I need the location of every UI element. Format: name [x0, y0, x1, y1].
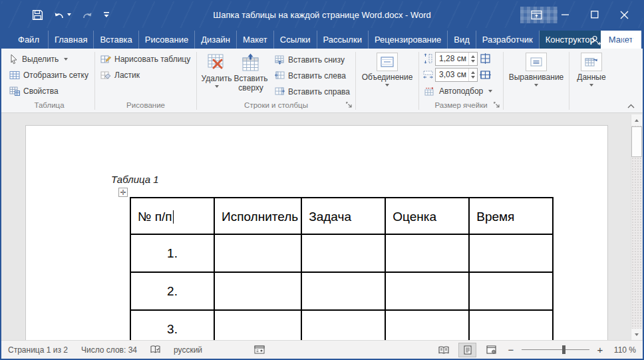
print-layout-button[interactable]: [458, 343, 476, 357]
cell[interactable]: [214, 234, 301, 272]
cell[interactable]: [214, 310, 301, 340]
macro-record-icon[interactable]: [254, 345, 265, 354]
word-count[interactable]: Число слов: 34: [81, 345, 137, 355]
tab-review[interactable]: Рецензирование: [369, 31, 448, 49]
rows-columns-dialog-launcher[interactable]: [345, 101, 353, 108]
cell[interactable]: [385, 234, 469, 272]
tab-references[interactable]: Ссылки: [274, 31, 317, 49]
insert-left-icon: [275, 71, 285, 81]
tab-layout[interactable]: Макет: [237, 31, 274, 49]
document-page[interactable]: Таблица 1 ✛ № п/п Исполнитель Задача Оце…: [25, 125, 608, 340]
document-area: Таблица 1 ✛ № п/п Исполнитель Задача Оце…: [1, 113, 643, 340]
document-table[interactable]: № п/п Исполнитель Задача Оценка Время 1.…: [130, 197, 554, 340]
tab-mailings[interactable]: Рассылки: [317, 31, 369, 49]
save-icon[interactable]: [32, 9, 43, 21]
collapse-ribbon-button[interactable]: [627, 104, 635, 108]
zoom-in-button[interactable]: +: [595, 344, 605, 355]
merge-dropdown-arrow[interactable]: [385, 84, 389, 87]
cell[interactable]: 2.: [130, 272, 214, 310]
cell[interactable]: [469, 272, 553, 310]
view-gridlines-button[interactable]: Отобразить сетку: [8, 67, 90, 83]
cell[interactable]: 3.: [130, 310, 214, 340]
undo-button[interactable]: [53, 10, 71, 20]
delete-dropdown-arrow[interactable]: [215, 85, 219, 88]
cell[interactable]: [214, 272, 301, 310]
tab-design[interactable]: Дизайн: [195, 31, 237, 49]
minimize-button[interactable]: [551, 1, 580, 28]
scroll-down-button[interactable]: [631, 329, 642, 340]
merge-button[interactable]: Объединение: [360, 51, 414, 87]
insert-left-button[interactable]: Вставить слева: [273, 68, 351, 84]
column-width-field[interactable]: 3,03 см: [435, 68, 478, 82]
data-dropdown-arrow[interactable]: [589, 84, 593, 87]
insert-above-button[interactable]: Вставить сверху: [232, 51, 269, 92]
insert-below-button[interactable]: Вставить снизу: [273, 52, 351, 68]
column-width-spinner[interactable]: [468, 69, 477, 81]
row-height-spinner[interactable]: [468, 53, 477, 65]
close-button[interactable]: [609, 1, 639, 28]
ribbon-display-options-button[interactable]: [522, 1, 551, 28]
select-label: Выделить: [22, 55, 59, 64]
cell[interactable]: [385, 272, 469, 310]
proofing-icon[interactable]: [150, 345, 160, 355]
table-move-handle[interactable]: ✛: [118, 188, 128, 197]
select-dropdown-arrow[interactable]: [64, 58, 68, 61]
cell[interactable]: [301, 234, 385, 272]
zoom-slider-thumb[interactable]: [562, 345, 565, 354]
header-cell-task[interactable]: Задача: [301, 198, 385, 234]
row-height-field[interactable]: 1,28 см: [435, 52, 478, 66]
data-button[interactable]: Данные: [573, 51, 609, 87]
scroll-up-button[interactable]: [631, 114, 642, 126]
cell-size-dialog-launcher[interactable]: [493, 101, 500, 108]
eraser-button[interactable]: Ластик: [99, 67, 192, 83]
cell[interactable]: [469, 234, 553, 272]
distribute-rows-icon[interactable]: [480, 53, 491, 64]
tab-view[interactable]: Вид: [448, 31, 476, 49]
tab-developer[interactable]: Разработчик: [476, 31, 540, 49]
select-button[interactable]: Выделить: [8, 51, 90, 67]
scrollbar-thumb[interactable]: [631, 126, 642, 157]
zoom-level[interactable]: 110 %: [611, 345, 636, 355]
cell[interactable]: 1.: [130, 234, 214, 272]
vertical-scrollbar[interactable]: [631, 114, 642, 340]
cell[interactable]: [301, 310, 385, 340]
cell[interactable]: [385, 310, 469, 340]
cell[interactable]: [469, 310, 553, 340]
header-cell-time[interactable]: Время: [469, 198, 553, 234]
cell[interactable]: [301, 272, 385, 310]
tell-me-help[interactable]: Помощн: [641, 31, 644, 49]
web-layout-button[interactable]: [482, 343, 500, 357]
eraser-label: Ластик: [114, 71, 140, 80]
comments-icon[interactable]: [621, 36, 633, 46]
window-controls: [522, 1, 639, 28]
tab-insert[interactable]: Вставка: [94, 31, 138, 49]
autofit-dropdown-arrow[interactable]: [488, 90, 492, 92]
insert-right-button[interactable]: Вставить справа: [273, 84, 351, 100]
properties-label: Свойства: [23, 87, 59, 96]
language-indicator[interactable]: русский: [174, 345, 202, 355]
delete-button[interactable]: Удалить: [201, 51, 232, 88]
read-mode-button[interactable]: [434, 343, 452, 357]
zoom-slider[interactable]: [522, 349, 589, 350]
title-bar: Шапка таблицы на каждой странице Word.do…: [1, 1, 643, 28]
properties-button[interactable]: Свойства: [8, 83, 90, 99]
tab-draw[interactable]: Рисование: [139, 31, 195, 49]
status-bar: Страница 1 из 2 Число слов: 34 русский −…: [1, 340, 643, 359]
alignment-button[interactable]: Выравнивание: [508, 51, 565, 87]
zoom-out-button[interactable]: −: [506, 344, 516, 355]
maximize-button[interactable]: [580, 1, 609, 28]
draw-table-button[interactable]: Нарисовать таблицу: [99, 51, 192, 67]
tab-home[interactable]: Главная: [49, 31, 94, 49]
share-person-icon[interactable]: [590, 35, 603, 46]
header-cell-number[interactable]: № п/п: [130, 198, 214, 234]
table-properties-icon: [9, 87, 20, 96]
undo-dropdown-arrow[interactable]: [67, 13, 71, 16]
page-indicator[interactable]: Страница 1 из 2: [8, 345, 68, 355]
header-cell-grade[interactable]: Оценка: [385, 198, 469, 234]
header-cell-executor[interactable]: Исполнитель: [214, 198, 301, 234]
alignment-dropdown-arrow[interactable]: [534, 84, 538, 87]
customize-qat-button[interactable]: [103, 11, 110, 19]
distribute-columns-icon[interactable]: [480, 69, 491, 80]
autofit-button[interactable]: Автоподбор: [423, 83, 499, 99]
tab-file[interactable]: Файл: [9, 31, 49, 49]
